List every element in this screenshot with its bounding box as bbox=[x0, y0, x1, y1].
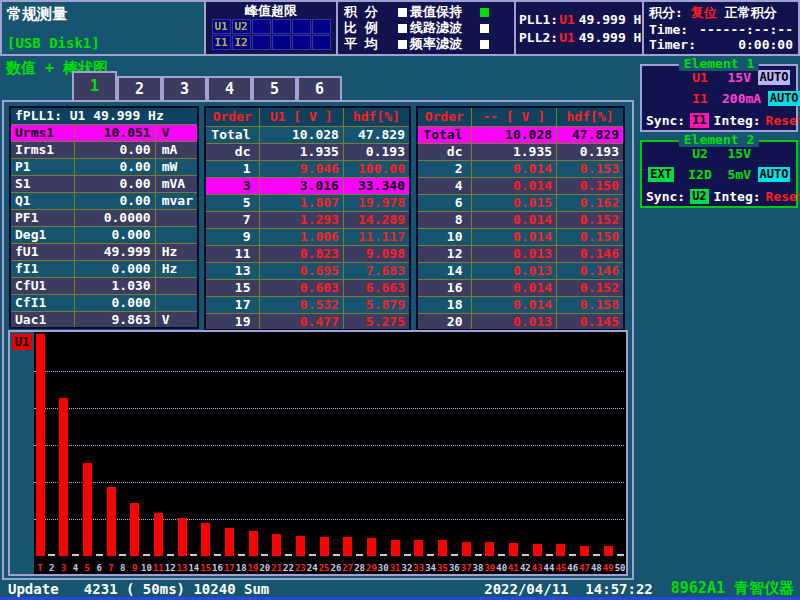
table-row: fI10.000Hz bbox=[10, 260, 198, 277]
harmonic-order: 6 bbox=[417, 194, 471, 211]
table-row: PF10.0000 bbox=[10, 209, 198, 226]
measure-value: 0.00 bbox=[74, 158, 155, 175]
x-tick-label: 23 bbox=[294, 563, 306, 573]
bar-order-15 bbox=[201, 523, 210, 556]
harmonic-hdf: 0.152 bbox=[557, 279, 624, 296]
table-row: 33.01633.340 bbox=[205, 177, 410, 194]
harmonic-order: Total bbox=[205, 126, 259, 143]
bar-order-21 bbox=[272, 534, 281, 556]
x-tick-label: 39 bbox=[484, 563, 496, 573]
bar-order-11 bbox=[154, 513, 163, 556]
model-brand: 8962A1 青智仪器 bbox=[671, 579, 794, 598]
harmonic-value: 1.935 bbox=[471, 143, 557, 160]
tab-3[interactable]: 3 bbox=[162, 76, 207, 100]
baseline-tick bbox=[190, 554, 197, 556]
harmonic-order: 14 bbox=[417, 262, 471, 279]
element1-current-range: 200mA bbox=[722, 91, 764, 106]
bar-order-41 bbox=[509, 543, 518, 556]
baseline-tick bbox=[569, 554, 576, 556]
measure-unit: mW bbox=[155, 158, 198, 175]
measure-value: 0.000 bbox=[74, 294, 155, 311]
tab-2[interactable]: 2 bbox=[117, 76, 162, 100]
x-tick-label: 9 bbox=[129, 563, 141, 573]
measure-value: 49.999 bbox=[74, 243, 155, 260]
peak-cell bbox=[252, 19, 271, 34]
bar-order-25 bbox=[320, 537, 329, 556]
table-row: 120.0130.146 bbox=[417, 245, 624, 262]
harmonic-order: 17 bbox=[205, 296, 259, 313]
page-title: 常规测量 bbox=[7, 5, 199, 24]
harmonic-order: 11 bbox=[205, 245, 259, 262]
x-tick-label: 4 bbox=[70, 563, 82, 573]
bar-order-5 bbox=[83, 463, 92, 556]
harmonic-value: 0.013 bbox=[471, 313, 557, 330]
measure-value: 0.00 bbox=[74, 175, 155, 192]
measure-value: 0.00 bbox=[74, 141, 155, 158]
measure-name: P1 bbox=[10, 158, 74, 175]
filter-flag-label: 频率滤波 bbox=[410, 35, 476, 53]
element1-voltage-auto-badge: AUTO bbox=[758, 70, 791, 85]
harmonic-hdf: 5.879 bbox=[343, 296, 410, 313]
bar-order-45 bbox=[556, 544, 565, 556]
element2-voltage-channel: U2 bbox=[678, 146, 722, 161]
harmonic-value: 0.013 bbox=[471, 245, 557, 262]
bar-order-33 bbox=[414, 540, 423, 556]
harmonic-value: 1.935 bbox=[259, 143, 343, 160]
even-harmonics-table: Order-- [ V ]hdf[%]Total10.02847.829dc1.… bbox=[416, 106, 625, 331]
element1-title: Element 1 bbox=[679, 56, 759, 71]
peak-row: U1U2 bbox=[212, 19, 331, 34]
measure-value: 1.030 bbox=[74, 277, 155, 294]
baseline-tick bbox=[261, 554, 268, 556]
x-tick-label: 25 bbox=[318, 563, 330, 573]
harmonic-value: 1.293 bbox=[259, 211, 343, 228]
measure-value: 10.051 bbox=[74, 124, 155, 141]
baseline-tick bbox=[522, 554, 529, 556]
usb-disk-status: [USB Disk1] bbox=[7, 35, 199, 51]
x-tick-label: 26 bbox=[330, 563, 342, 573]
harmonic-value: 10.028 bbox=[471, 126, 557, 143]
harmonic-order: 18 bbox=[417, 296, 471, 313]
peak-cell bbox=[272, 19, 291, 34]
harmonic-hdf: 0.145 bbox=[557, 313, 624, 330]
harmonic-value: 9.046 bbox=[259, 160, 343, 177]
measure-unit: mvar bbox=[155, 192, 198, 209]
tab-6[interactable]: 6 bbox=[297, 76, 342, 100]
table-row: Irms10.00mA bbox=[10, 141, 198, 158]
measure-name: Irms1 bbox=[10, 141, 74, 158]
measure-name: Uac1 bbox=[10, 311, 74, 328]
peak-cell bbox=[312, 35, 331, 50]
table-row: Deg10.000 bbox=[10, 226, 198, 243]
bar-order-19 bbox=[249, 531, 258, 556]
pll-frequency: 49.999 Hz bbox=[579, 30, 649, 45]
measure-name: fI1 bbox=[10, 260, 74, 277]
measure-unit: mVA bbox=[155, 175, 198, 192]
x-tick-label: 24 bbox=[306, 563, 318, 573]
table-row: 19.046100.00 bbox=[205, 160, 410, 177]
table-row: 160.0140.152 bbox=[417, 279, 624, 296]
baseline-tick bbox=[72, 554, 79, 556]
harmonic-value: 0.014 bbox=[471, 296, 557, 313]
element2-sync-source-badge: U2 bbox=[690, 189, 708, 204]
x-tick-label: 5 bbox=[81, 563, 93, 573]
table-row: 40.0140.150 bbox=[417, 177, 624, 194]
mode-flag-indicator bbox=[398, 24, 407, 33]
pll-label: PLL1: bbox=[519, 12, 558, 27]
title-section: 常规测量 [USB Disk1] bbox=[2, 2, 204, 54]
bar-order-23 bbox=[296, 536, 305, 556]
measure-unit bbox=[155, 294, 198, 311]
harmonic-value: 10.028 bbox=[259, 126, 343, 143]
element2-current-channel: I2D bbox=[678, 167, 722, 182]
harmonic-hdf: 9.098 bbox=[343, 245, 410, 262]
harmonic-order: dc bbox=[417, 143, 471, 160]
tab-5[interactable]: 5 bbox=[252, 76, 297, 100]
page-tabs: 123456 bbox=[72, 71, 342, 100]
tab-4[interactable]: 4 bbox=[207, 76, 252, 100]
gridline bbox=[34, 445, 624, 446]
peak-cell bbox=[292, 19, 311, 34]
tab-1[interactable]: 1 bbox=[72, 71, 117, 100]
x-tick-label: 7 bbox=[105, 563, 117, 573]
baseline-tick bbox=[451, 554, 458, 556]
x-tick-label: 3 bbox=[58, 563, 70, 573]
bar-order-49 bbox=[604, 546, 613, 556]
pll-frequency: 49.999 Hz bbox=[579, 12, 649, 27]
